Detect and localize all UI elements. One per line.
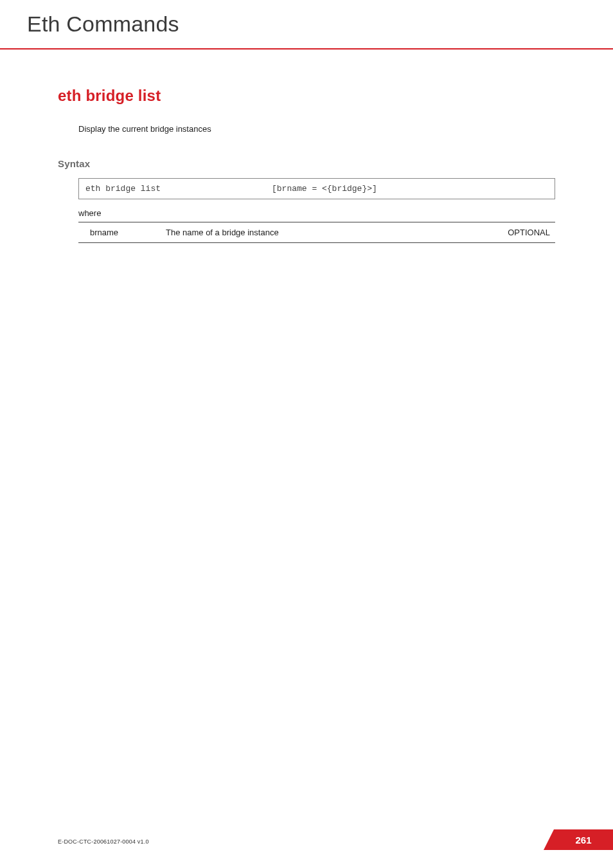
syntax-args: [brname = <{bridge}>] bbox=[272, 184, 548, 194]
param-desc: The name of a bridge instance bbox=[162, 222, 484, 243]
page-title: eth bridge list bbox=[58, 87, 555, 105]
table-row: brname The name of a bridge instance OPT… bbox=[78, 222, 555, 243]
page-number-badge: 261 bbox=[554, 829, 613, 850]
doc-id: E-DOC-CTC-20061027-0004 v1.0 bbox=[58, 838, 149, 845]
header: Eth Commands bbox=[0, 0, 613, 37]
syntax-command: eth bridge list bbox=[85, 184, 272, 194]
header-divider bbox=[0, 48, 613, 50]
page-number: 261 bbox=[575, 835, 591, 845]
params-table: brname The name of a bridge instance OPT… bbox=[78, 222, 555, 243]
param-name: brname bbox=[78, 222, 162, 243]
page: Eth Commands eth bridge list Display the… bbox=[0, 0, 613, 868]
command-description: Display the current bridge instances bbox=[78, 124, 555, 134]
where-label: where bbox=[78, 208, 555, 218]
content: eth bridge list Display the current brid… bbox=[0, 87, 613, 243]
syntax-box: eth bridge list [brname = <{bridge}>] bbox=[78, 178, 555, 199]
footer: E-DOC-CTC-20061027-0004 v1.0 261 bbox=[0, 829, 613, 850]
param-flag: OPTIONAL bbox=[484, 222, 555, 243]
breadcrumb: Eth Commands bbox=[27, 12, 613, 37]
syntax-heading: Syntax bbox=[58, 158, 555, 169]
